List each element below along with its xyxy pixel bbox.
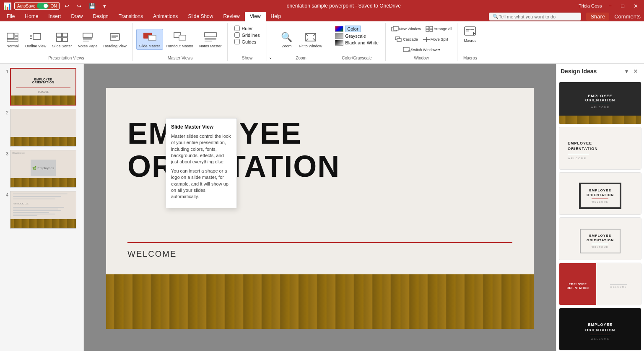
reading-view-button[interactable]: Reading View	[101, 29, 129, 49]
tab-file[interactable]: File	[2, 12, 20, 21]
new-window-button[interactable]: New Window	[389, 24, 423, 34]
svg-rect-39	[430, 29, 433, 31]
zoom-icon: 🔍	[280, 31, 293, 44]
tab-help[interactable]: Help	[266, 12, 286, 21]
design-idea-4[interactable]: EMPLOYEE ORIENTATION WELCOME	[559, 217, 641, 260]
switch-windows-label: Switch Windows	[411, 48, 439, 52]
slide-thumbnail-2[interactable]: 2	[2, 108, 82, 147]
svg-line-31	[313, 34, 316, 36]
undo-button[interactable]: ↩	[62, 2, 72, 10]
svg-rect-25	[205, 33, 216, 37]
maximize-button[interactable]: □	[618, 2, 627, 10]
outline-view-label: Outline View	[25, 44, 46, 48]
redo-button[interactable]: ↪	[74, 2, 84, 10]
tab-design[interactable]: Design	[88, 12, 113, 21]
svg-rect-12	[83, 33, 92, 37]
color-option[interactable]: Color	[335, 26, 378, 32]
move-split-button[interactable]: Move Split	[421, 34, 450, 44]
tab-home[interactable]: Home	[20, 12, 43, 21]
guides-checkbox-label[interactable]: Guides	[234, 39, 260, 44]
arrange-all-button[interactable]: Arrange All	[423, 24, 454, 34]
ruler-checkbox[interactable]	[234, 26, 240, 31]
slide1-subtitle: WELCOME	[38, 90, 49, 93]
zoom-button[interactable]: 🔍 Zoom	[278, 29, 296, 49]
macros-label: Macros	[464, 39, 477, 43]
slide-thumbnail-1[interactable]: 1 EMPLOYEEORIENTATION WELCOME	[2, 67, 82, 106]
show-expand-group: ⌄	[267, 23, 274, 61]
presentation-view-buttons: Normal Outline View Slide Sorter	[3, 24, 129, 55]
slide3-graphic: 🌿 Employees	[31, 160, 56, 176]
design-panel-dropdown[interactable]: ▾	[623, 67, 630, 75]
handout-master-button[interactable]: Handout Master	[164, 29, 196, 49]
slide-master-button[interactable]: Slide Master	[136, 29, 163, 50]
tab-view[interactable]: View	[245, 12, 266, 21]
slide-thumbnail-4[interactable]: 4 PARADICK, LLC	[2, 190, 82, 230]
tab-animations[interactable]: Animations	[148, 12, 183, 21]
ribbon-content: Normal Outline View Slide Sorter	[0, 21, 644, 63]
canvas-welcome: WELCOME	[127, 249, 177, 259]
svg-rect-11	[62, 38, 68, 41]
design-idea-5[interactable]: EMPLOYEE ORIENTATION WELCOME	[559, 263, 641, 305]
handout-master-icon	[173, 31, 187, 44]
svg-rect-35	[393, 26, 398, 30]
svg-rect-38	[426, 29, 429, 31]
autosave-badge: AutoSave ON	[14, 2, 60, 10]
switch-windows-button[interactable]: Switch Windows ▾	[401, 45, 442, 55]
canvas-wood	[106, 274, 534, 329]
notes-page-label: Notes Page	[78, 44, 97, 48]
notes-master-button[interactable]: Notes Master	[197, 29, 224, 49]
save-button[interactable]: 💾	[86, 2, 98, 10]
ruler-checkbox-label[interactable]: Ruler	[234, 26, 260, 31]
show-expand-button[interactable]: ⌄	[268, 54, 273, 60]
tab-draw[interactable]: Draw	[66, 12, 88, 21]
slide-sorter-button[interactable]: Slide Sorter	[49, 29, 74, 49]
slide1-wood	[11, 95, 75, 105]
design-idea-1[interactable]: EMPLOYEE ORIENTATION WELCOME	[559, 82, 641, 124]
tab-transitions[interactable]: Transitions	[114, 12, 148, 21]
macros-button[interactable]: Macros	[461, 24, 479, 44]
normal-view-button[interactable]: Normal	[3, 29, 22, 49]
guides-checkbox[interactable]	[234, 39, 240, 44]
design-idea-6[interactable]: EMPLOYEE ORIENTATION WELCOME	[559, 308, 641, 351]
svg-rect-8	[57, 33, 62, 37]
cascade-button[interactable]: Cascade	[393, 34, 420, 44]
tab-review[interactable]: Review	[218, 12, 244, 21]
minimize-button[interactable]: −	[606, 2, 615, 10]
tab-insert[interactable]: Insert	[43, 12, 66, 21]
fit-to-window-button[interactable]: Fit to Window	[297, 29, 325, 49]
tab-slideshow[interactable]: Slide Show	[183, 12, 218, 21]
notes-page-button[interactable]: Notes Page	[75, 29, 100, 49]
blackwhite-option[interactable]: Black and White	[335, 40, 378, 46]
autosave-toggle[interactable]	[37, 3, 49, 9]
comments-button[interactable]: Comments	[611, 12, 644, 21]
search-bar[interactable]: 🔍	[489, 13, 581, 21]
slide3-wood	[10, 178, 76, 187]
ribbon-tabs: File Home Insert Draw Design Transitions…	[0, 12, 644, 21]
normal-view-label: Normal	[6, 44, 18, 48]
design-idea-2[interactable]: EMPLOYEE ORIENTATION WELCOME	[559, 127, 641, 170]
svg-rect-4	[33, 34, 41, 39]
gridlines-checkbox-label[interactable]: Gridlines	[234, 32, 260, 38]
svg-rect-37	[430, 26, 433, 29]
titlebar-right: Tricia Goss − □ ✕	[579, 2, 641, 10]
svg-line-33	[313, 39, 316, 41]
grayscale-option[interactable]: Grayscale	[335, 33, 378, 39]
move-split-label: Move Split	[431, 37, 448, 41]
gridlines-checkbox[interactable]	[234, 32, 240, 38]
reading-view-icon	[108, 31, 122, 44]
search-input[interactable]	[499, 14, 574, 19]
customize-qat-button[interactable]: ▾	[101, 2, 109, 10]
grayscale-label: Grayscale	[345, 34, 366, 39]
cascade-label: Cascade	[403, 37, 418, 41]
slide1-redline	[16, 88, 70, 88]
blackwhite-label: Black and White	[345, 40, 378, 45]
slide-panel: 1 EMPLOYEEORIENTATION WELCOME 2 3 PARADI…	[0, 64, 84, 351]
design-panel-close[interactable]: ✕	[631, 67, 640, 75]
ribbon-group-zoom: 🔍 Zoom Fit to Window Zoom	[274, 23, 329, 61]
slide-thumbnail-3[interactable]: 3 PARADICK, LLC 🌿 Employees	[2, 149, 82, 188]
share-button[interactable]: Share	[586, 13, 609, 21]
close-button[interactable]: ✕	[631, 2, 641, 10]
arrange-all-label: Arrange All	[434, 27, 452, 31]
design-idea-3[interactable]: EMPLOYEE ORIENTATION WELCOME	[559, 172, 641, 215]
outline-view-button[interactable]: Outline View	[23, 29, 49, 49]
